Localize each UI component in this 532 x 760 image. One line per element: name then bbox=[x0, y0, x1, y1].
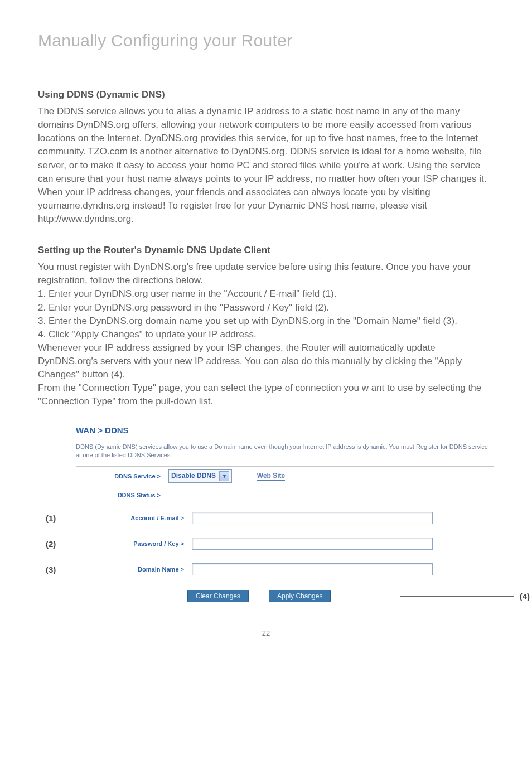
ddns-service-value: Disable DDNS bbox=[171, 472, 216, 480]
web-site-link[interactable]: Web Site bbox=[257, 472, 285, 481]
password-key-input[interactable] bbox=[192, 538, 433, 550]
callout-2: (2) bbox=[46, 539, 56, 549]
section-body-setup: You must register with DynDNS.org's free… bbox=[38, 260, 494, 408]
section-body-ddns: The DDNS service allows you to alias a d… bbox=[38, 105, 494, 226]
domain-name-input[interactable] bbox=[192, 563, 433, 575]
section-heading-ddns: Using DDNS (Dynamic DNS) bbox=[38, 89, 494, 100]
ddns-title: WAN > DDNS bbox=[76, 425, 494, 435]
ddns-panel: WAN > DDNS DDNS (Dynamic DNS) services a… bbox=[76, 425, 494, 603]
password-key-label: Password / Key > bbox=[99, 540, 192, 547]
page-number: 22 bbox=[38, 629, 494, 637]
ddns-service-label: DDNS Service > bbox=[76, 473, 168, 480]
section-heading-setup: Setting up the Router's Dynamic DNS Upda… bbox=[38, 245, 494, 256]
callout-1: (1) bbox=[46, 514, 56, 523]
ddns-description: DDNS (Dynamic DNS) services allow you to… bbox=[76, 443, 494, 467]
clear-changes-button[interactable]: Clear Changes bbox=[187, 590, 249, 602]
callout-3: (3) bbox=[46, 565, 56, 574]
ddns-service-select[interactable]: Disable DDNS ▼ bbox=[168, 469, 232, 483]
account-email-input[interactable] bbox=[192, 512, 433, 524]
horizontal-rule bbox=[38, 78, 494, 78]
chevron-down-icon: ▼ bbox=[219, 471, 229, 481]
apply-changes-button[interactable]: Apply Changes bbox=[269, 590, 331, 602]
callout-4: (4) bbox=[520, 592, 530, 601]
ddns-status-label: DDNS Status > bbox=[76, 492, 168, 498]
callout-line-3 bbox=[64, 544, 90, 544]
page-title: Manually Configuring your Router bbox=[38, 31, 494, 55]
domain-name-label: Domain Name > bbox=[99, 566, 192, 573]
account-email-label: Account / E-mail > bbox=[99, 515, 192, 521]
